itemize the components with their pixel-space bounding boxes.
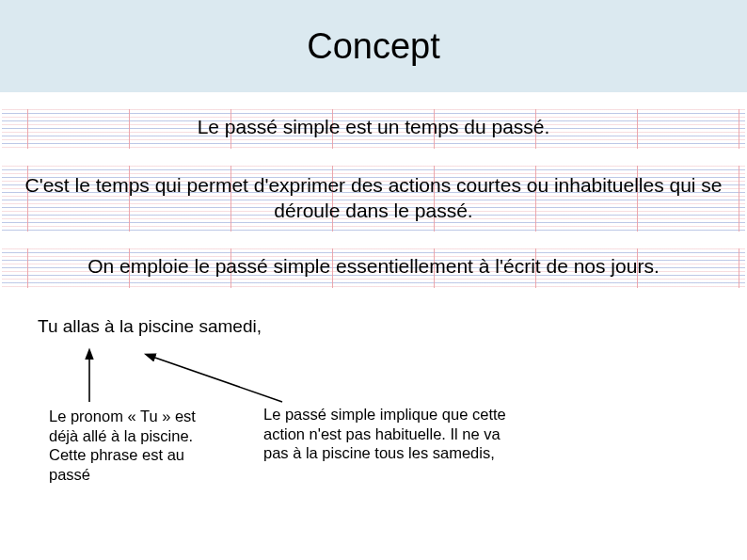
svg-line-1 (152, 357, 282, 402)
concept-text-2: C'est le temps qui permet d'exprimer des… (2, 166, 745, 232)
concept-block-2: C'est le temps qui permet d'exprimer des… (2, 166, 745, 232)
concept-block-1: Le passé simple est un temps du passé. (2, 109, 745, 149)
page-title: Concept (307, 26, 440, 67)
annotation-note-2: Le passé simple implique que cette actio… (263, 405, 527, 463)
annotation-note-1: Le pronom « Tu » est déjà allé à la pisc… (49, 407, 218, 485)
concept-block-3: On emploie le passé simple essentielleme… (2, 248, 745, 288)
concept-text-1: Le passé simple est un temps du passé. (2, 109, 745, 148)
concept-text-3: On emploie le passé simple essentielleme… (2, 248, 745, 287)
example-sentence: Tu allas à la piscine samedi, (38, 316, 747, 337)
title-band: Concept (0, 0, 747, 92)
